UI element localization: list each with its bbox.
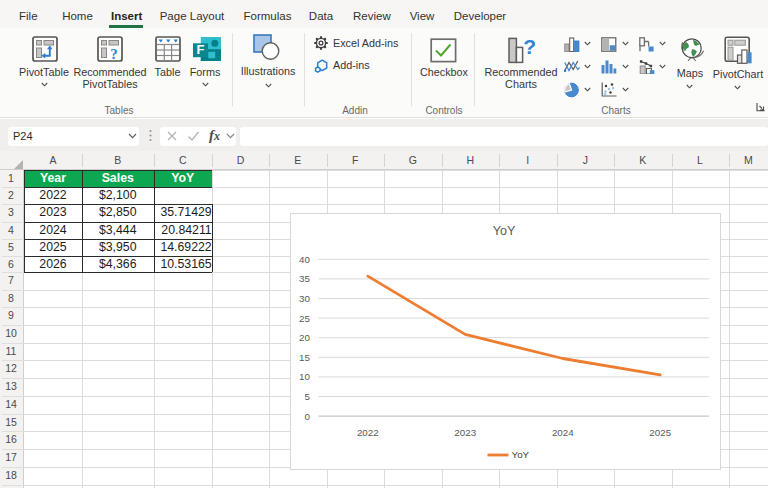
svg-text:2025: 2025 <box>649 427 671 438</box>
svg-text:2024: 2024 <box>552 427 574 438</box>
svg-text:2022: 2022 <box>357 427 379 438</box>
svg-text:F: F <box>196 42 204 57</box>
svg-text:10: 10 <box>299 371 310 382</box>
svg-text:?: ? <box>110 46 118 62</box>
svg-text:2023: 2023 <box>454 427 476 438</box>
svg-text:35: 35 <box>299 273 310 284</box>
svg-text:YoY: YoY <box>512 449 530 460</box>
svg-text:YoY: YoY <box>493 224 516 238</box>
svg-text:15: 15 <box>299 352 310 363</box>
svg-text:40: 40 <box>299 254 310 265</box>
svg-text:0: 0 <box>305 411 311 422</box>
svg-text:20: 20 <box>299 332 310 343</box>
svg-text:30: 30 <box>299 293 310 304</box>
svg-text:?: ? <box>523 36 536 58</box>
svg-text:25: 25 <box>299 313 310 324</box>
svg-text:5: 5 <box>305 391 311 402</box>
